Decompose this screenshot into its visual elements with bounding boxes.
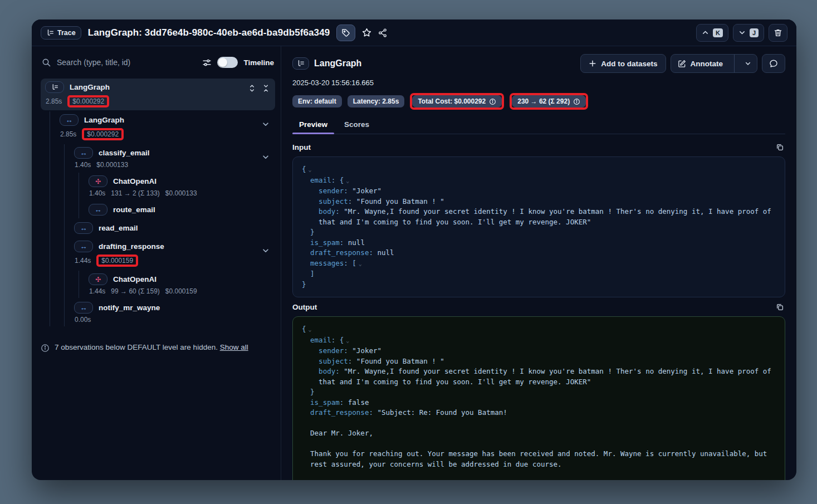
timeline-toggle-label: Timeline — [243, 58, 274, 67]
json-line: ] — [302, 269, 776, 280]
prev-trace-button[interactable]: K — [696, 24, 728, 42]
json-line: body: "Mr. Wayne,I found your secret ide… — [302, 366, 776, 387]
hidden-observations-text: 7 observations below DEFAULT level are h… — [55, 343, 218, 351]
node-duration: 1.44s — [89, 287, 105, 295]
annotate-dropdown-button[interactable] — [739, 55, 757, 72]
collapse-json-icon[interactable]: ⌄ — [309, 326, 312, 332]
trace-tree: LangGraph2.85s$0.000292↔LangGraph2.85s$0… — [41, 79, 275, 327]
trace-detail-window: Trace LangGraph: 3dd76e4b-980c-40eb-ae6d… — [32, 19, 796, 480]
trace-tree-node[interactable]: ↔read_email — [70, 219, 275, 237]
copy-icon[interactable] — [776, 143, 784, 151]
annotate-button[interactable]: Annotate — [671, 55, 730, 72]
info-icon[interactable] — [489, 98, 496, 105]
json-line: subject: "Found you Batman ! " — [302, 197, 776, 207]
json-line: } — [302, 387, 776, 398]
trace-tree-icon — [297, 60, 305, 67]
preview-tabs: PreviewScores — [292, 117, 785, 134]
collapse-json-icon[interactable]: ⌄ — [346, 337, 349, 344]
node-metrics: 0.00s — [75, 316, 272, 324]
tree-children-group: ↔LangGraph2.85s$0.000292↔classify_email1… — [50, 111, 275, 326]
node-cost: $0.000292 — [72, 97, 104, 105]
tag-button[interactable] — [336, 25, 355, 41]
collapse-json-icon[interactable]: ⌄ — [359, 261, 362, 267]
trace-tree-node[interactable]: ↔drafting_response1.44s$0.000159 — [70, 238, 275, 270]
annotate-button-group: Annotate — [671, 54, 758, 73]
tab-preview[interactable]: Preview — [292, 117, 334, 134]
highlight-annotation: $0.000292 — [67, 95, 109, 107]
chevron-down-icon[interactable] — [262, 153, 270, 161]
json-line: {⌄ — [302, 324, 776, 335]
filter-settings-button[interactable] — [202, 58, 212, 67]
trace-sidebar: Timeline LangGraph2.85s$0.000292↔LangGra… — [32, 46, 281, 480]
delete-trace-button[interactable] — [769, 24, 787, 42]
span-type-icon: ↔ — [89, 204, 107, 216]
span-type-icon: ↔ — [74, 147, 93, 159]
json-line: draft_response: "Subject: Re: Found you … — [302, 408, 776, 418]
trace-tree-node[interactable]: ↔LangGraph2.85s$0.000292 — [55, 111, 275, 143]
json-line: } — [302, 280, 776, 290]
trace-type-icon — [45, 81, 64, 93]
node-metrics: 2.85s$0.000292 — [60, 128, 272, 140]
node-token-usage: 99 → 60 (Σ 159) — [111, 287, 159, 295]
highlight-annotation: $0.000292 — [82, 128, 124, 140]
node-duration: 2.85s — [60, 130, 76, 138]
star-button[interactable] — [362, 28, 371, 37]
add-to-datasets-button[interactable]: Add to datasets — [580, 54, 666, 73]
copy-icon[interactable] — [776, 303, 784, 311]
node-metrics: 1.40s131 → 2 (Σ 133)$0.000133 — [89, 189, 272, 197]
node-cost: $0.000159 — [101, 257, 133, 265]
chevron-down-icon[interactable] — [262, 120, 270, 128]
json-line: draft_response: null — [302, 248, 776, 258]
sliders-icon — [202, 58, 212, 67]
json-line: {⌄ — [302, 164, 776, 175]
info-icon[interactable] — [573, 98, 580, 105]
span-type-icon: ↔ — [74, 241, 93, 252]
json-line: is_spam: null — [302, 238, 776, 248]
highlight-annotation: $0.000159 — [96, 255, 138, 267]
detail-title: LangGraph — [314, 58, 361, 68]
node-cost: $0.000133 — [165, 189, 197, 197]
share-button[interactable] — [378, 28, 387, 37]
trace-detail-panel: LangGraph Add to datasets Annotate — [281, 46, 796, 480]
trace-tree-node[interactable]: LangGraph2.85s$0.000292 — [41, 79, 275, 110]
json-line: is_spam: false — [302, 398, 776, 408]
trace-tree-node[interactable]: ✣ChatOpenAI1.40s131 → 2 (Σ 133)$0.000133 — [84, 173, 275, 200]
section-header: Input — [292, 143, 784, 151]
collapse-json-icon[interactable]: ⌄ — [346, 178, 349, 184]
tree-children-group: ↔classify_email1.40s$0.000133✣ChatOpenAI… — [64, 144, 275, 326]
expand-all-icon[interactable] — [248, 84, 256, 92]
node-name: notify_mr_wayne — [99, 304, 160, 312]
trace-badge-label: Trace — [57, 29, 76, 37]
timeline-toggle[interactable] — [217, 57, 238, 68]
json-line — [302, 418, 776, 429]
node-cost: $0.000159 — [165, 287, 197, 295]
json-line: } — [302, 227, 776, 238]
show-all-link[interactable]: Show all — [220, 343, 248, 351]
annotate-label: Annotate — [691, 60, 723, 68]
tab-scores[interactable]: Scores — [337, 117, 376, 134]
section-label: Output — [292, 303, 317, 311]
node-token-usage: 131 → 2 (Σ 133) — [111, 189, 159, 197]
metadata-badge: Latency: 2.85s — [348, 95, 405, 107]
node-cost: $0.000292 — [87, 130, 119, 138]
chevron-down-icon[interactable] — [262, 247, 270, 255]
preview-sections: Input{⌄ email: {⌄ sender: "Joker" subjec… — [292, 134, 785, 480]
next-trace-button[interactable]: J — [733, 24, 764, 42]
node-duration: 0.00s — [75, 316, 91, 324]
trace-tree-node[interactable]: ↔notify_mr_wayne0.00s — [70, 299, 275, 326]
node-metrics: 1.44s99 → 60 (Σ 159)$0.000159 — [89, 287, 272, 295]
trace-tree-node[interactable]: ✣ChatOpenAI1.44s99 → 60 (Σ 159)$0.000159 — [84, 271, 275, 298]
node-name: ChatOpenAI — [113, 177, 156, 185]
json-line: body: "Mr. Wayne,I found your secret ide… — [302, 207, 776, 227]
search-input[interactable] — [57, 58, 197, 67]
metadata-badge: Env: default — [292, 95, 342, 107]
trace-tree-node[interactable]: ↔route_email — [84, 201, 275, 218]
comments-button[interactable] — [762, 54, 785, 73]
collapse-json-icon[interactable]: ⌄ — [309, 167, 312, 173]
node-name: route_email — [113, 205, 155, 214]
trace-tree-node[interactable]: ↔classify_email1.40s$0.000133 — [70, 144, 275, 172]
collapse-all-icon[interactable] — [262, 84, 270, 92]
json-line — [302, 439, 776, 449]
node-cost: $0.000133 — [96, 161, 128, 169]
tree-children-group: ✣ChatOpenAI1.44s99 → 60 (Σ 159)$0.000159 — [79, 271, 275, 298]
